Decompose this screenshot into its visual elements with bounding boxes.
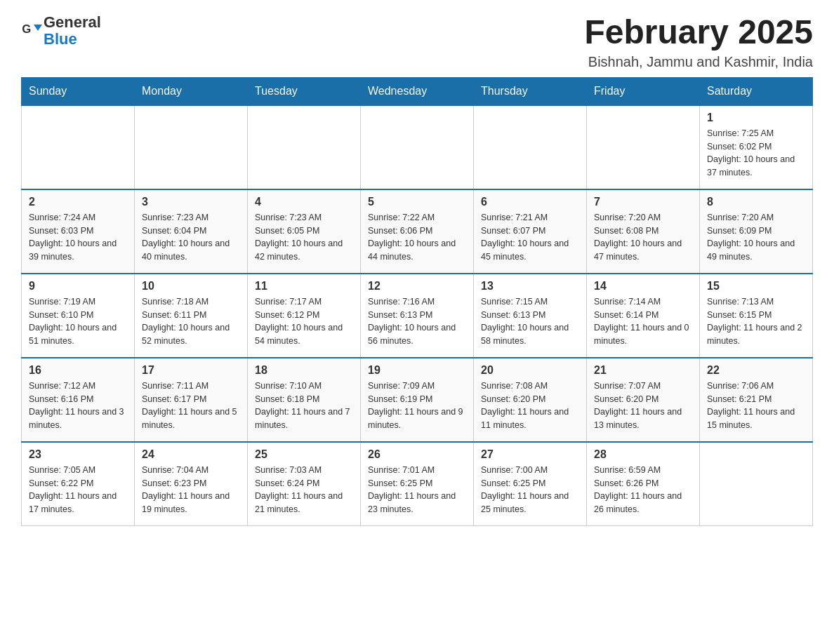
day-number: 12 [368, 280, 466, 293]
day-info: Sunrise: 7:17 AMSunset: 6:12 PMDaylight:… [255, 295, 353, 348]
calendar-cell: 24Sunrise: 7:04 AMSunset: 6:23 PMDayligh… [135, 442, 248, 526]
calendar-cell: 15Sunrise: 7:13 AMSunset: 6:15 PMDayligh… [700, 274, 813, 358]
logo-icon: G [21, 20, 42, 41]
calendar-cell: 2Sunrise: 7:24 AMSunset: 6:03 PMDaylight… [22, 189, 135, 274]
day-info: Sunrise: 7:16 AMSunset: 6:13 PMDaylight:… [368, 295, 466, 348]
week-row-3: 9Sunrise: 7:19 AMSunset: 6:10 PMDaylight… [22, 274, 813, 358]
calendar-cell: 6Sunrise: 7:21 AMSunset: 6:07 PMDaylight… [474, 189, 587, 274]
calendar-cell: 25Sunrise: 7:03 AMSunset: 6:24 PMDayligh… [248, 442, 361, 526]
day-info: Sunrise: 7:11 AMSunset: 6:17 PMDaylight:… [142, 380, 240, 432]
day-info: Sunrise: 7:00 AMSunset: 6:25 PMDaylight:… [481, 464, 579, 516]
week-row-2: 2Sunrise: 7:24 AMSunset: 6:03 PMDaylight… [22, 189, 813, 274]
calendar-cell [361, 105, 474, 189]
day-number: 27 [481, 448, 579, 461]
day-info: Sunrise: 7:20 AMSunset: 6:08 PMDaylight:… [594, 211, 692, 264]
day-number: 5 [368, 196, 466, 208]
calendar-cell: 1Sunrise: 7:25 AMSunset: 6:02 PMDaylight… [700, 105, 813, 189]
calendar-cell: 17Sunrise: 7:11 AMSunset: 6:17 PMDayligh… [135, 358, 248, 442]
day-info: Sunrise: 7:04 AMSunset: 6:23 PMDaylight:… [142, 464, 240, 516]
calendar-cell [587, 105, 700, 189]
day-number: 6 [481, 196, 579, 208]
title-block: February 2025 Bishnah, Jammu and Kashmir… [584, 14, 813, 70]
calendar-cell: 5Sunrise: 7:22 AMSunset: 6:06 PMDaylight… [361, 189, 474, 274]
page-header: G GeneralBlue February 2025 Bishnah, Jam… [21, 14, 813, 70]
day-info: Sunrise: 7:13 AMSunset: 6:15 PMDaylight:… [707, 295, 805, 348]
calendar-title: February 2025 [584, 14, 813, 51]
calendar-cell: 7Sunrise: 7:20 AMSunset: 6:08 PMDaylight… [587, 189, 700, 274]
calendar-cell: 22Sunrise: 7:06 AMSunset: 6:21 PMDayligh… [700, 358, 813, 442]
calendar-cell: 4Sunrise: 7:23 AMSunset: 6:05 PMDaylight… [248, 189, 361, 274]
calendar-cell [135, 105, 248, 189]
calendar-subtitle: Bishnah, Jammu and Kashmir, India [584, 54, 813, 70]
weekday-friday: Friday [587, 77, 700, 105]
calendar-cell: 10Sunrise: 7:18 AMSunset: 6:11 PMDayligh… [135, 274, 248, 358]
day-info: Sunrise: 6:59 AMSunset: 6:26 PMDaylight:… [594, 464, 692, 516]
day-number: 18 [255, 364, 353, 377]
weekday-monday: Monday [135, 77, 248, 105]
day-info: Sunrise: 7:12 AMSunset: 6:16 PMDaylight:… [29, 380, 127, 432]
calendar-cell [700, 442, 813, 526]
day-info: Sunrise: 7:15 AMSunset: 6:13 PMDaylight:… [481, 295, 579, 348]
day-info: Sunrise: 7:23 AMSunset: 6:04 PMDaylight:… [142, 211, 240, 264]
calendar-cell [248, 105, 361, 189]
day-number: 15 [707, 280, 805, 293]
calendar-cell: 14Sunrise: 7:14 AMSunset: 6:14 PMDayligh… [587, 274, 700, 358]
day-number: 1 [707, 112, 805, 124]
calendar-cell: 20Sunrise: 7:08 AMSunset: 6:20 PMDayligh… [474, 358, 587, 442]
day-info: Sunrise: 7:05 AMSunset: 6:22 PMDaylight:… [29, 464, 127, 516]
calendar-cell: 16Sunrise: 7:12 AMSunset: 6:16 PMDayligh… [22, 358, 135, 442]
weekday-wednesday: Wednesday [361, 77, 474, 105]
logo-text: GeneralBlue [44, 14, 101, 48]
day-number: 4 [255, 196, 353, 208]
calendar-table: SundayMondayTuesdayWednesdayThursdayFrid… [21, 77, 813, 527]
day-number: 2 [29, 196, 127, 208]
weekday-thursday: Thursday [474, 77, 587, 105]
logo: G GeneralBlue [21, 14, 101, 48]
day-number: 19 [368, 364, 466, 377]
calendar-cell: 21Sunrise: 7:07 AMSunset: 6:20 PMDayligh… [587, 358, 700, 442]
day-number: 20 [481, 364, 579, 377]
calendar-cell [474, 105, 587, 189]
svg-marker-1 [34, 25, 42, 31]
day-number: 3 [142, 196, 240, 208]
day-info: Sunrise: 7:19 AMSunset: 6:10 PMDaylight:… [29, 295, 127, 348]
day-number: 8 [707, 196, 805, 208]
calendar-cell: 11Sunrise: 7:17 AMSunset: 6:12 PMDayligh… [248, 274, 361, 358]
day-info: Sunrise: 7:22 AMSunset: 6:06 PMDaylight:… [368, 211, 466, 264]
calendar-cell: 3Sunrise: 7:23 AMSunset: 6:04 PMDaylight… [135, 189, 248, 274]
day-number: 9 [29, 280, 127, 293]
calendar-cell: 27Sunrise: 7:00 AMSunset: 6:25 PMDayligh… [474, 442, 587, 526]
day-info: Sunrise: 7:07 AMSunset: 6:20 PMDaylight:… [594, 380, 692, 432]
day-info: Sunrise: 7:24 AMSunset: 6:03 PMDaylight:… [29, 211, 127, 264]
week-row-4: 16Sunrise: 7:12 AMSunset: 6:16 PMDayligh… [22, 358, 813, 442]
day-info: Sunrise: 7:01 AMSunset: 6:25 PMDaylight:… [368, 464, 466, 516]
day-info: Sunrise: 7:03 AMSunset: 6:24 PMDaylight:… [255, 464, 353, 516]
day-info: Sunrise: 7:08 AMSunset: 6:20 PMDaylight:… [481, 380, 579, 432]
calendar-cell: 8Sunrise: 7:20 AMSunset: 6:09 PMDaylight… [700, 189, 813, 274]
day-info: Sunrise: 7:25 AMSunset: 6:02 PMDaylight:… [707, 127, 805, 180]
day-number: 24 [142, 448, 240, 461]
calendar-cell [22, 105, 135, 189]
day-number: 25 [255, 448, 353, 461]
day-number: 11 [255, 280, 353, 293]
calendar-cell: 12Sunrise: 7:16 AMSunset: 6:13 PMDayligh… [361, 274, 474, 358]
calendar-cell: 26Sunrise: 7:01 AMSunset: 6:25 PMDayligh… [361, 442, 474, 526]
day-info: Sunrise: 7:06 AMSunset: 6:21 PMDaylight:… [707, 380, 805, 432]
day-number: 26 [368, 448, 466, 461]
day-info: Sunrise: 7:20 AMSunset: 6:09 PMDaylight:… [707, 211, 805, 264]
weekday-saturday: Saturday [700, 77, 813, 105]
weekday-tuesday: Tuesday [248, 77, 361, 105]
day-info: Sunrise: 7:10 AMSunset: 6:18 PMDaylight:… [255, 380, 353, 432]
calendar-cell: 9Sunrise: 7:19 AMSunset: 6:10 PMDaylight… [22, 274, 135, 358]
day-number: 10 [142, 280, 240, 293]
day-number: 14 [594, 280, 692, 293]
calendar-cell: 18Sunrise: 7:10 AMSunset: 6:18 PMDayligh… [248, 358, 361, 442]
day-number: 21 [594, 364, 692, 377]
day-info: Sunrise: 7:09 AMSunset: 6:19 PMDaylight:… [368, 380, 466, 432]
calendar-cell: 13Sunrise: 7:15 AMSunset: 6:13 PMDayligh… [474, 274, 587, 358]
day-number: 23 [29, 448, 127, 461]
day-number: 16 [29, 364, 127, 377]
weekday-sunday: Sunday [22, 77, 135, 105]
day-number: 22 [707, 364, 805, 377]
day-number: 28 [594, 448, 692, 461]
